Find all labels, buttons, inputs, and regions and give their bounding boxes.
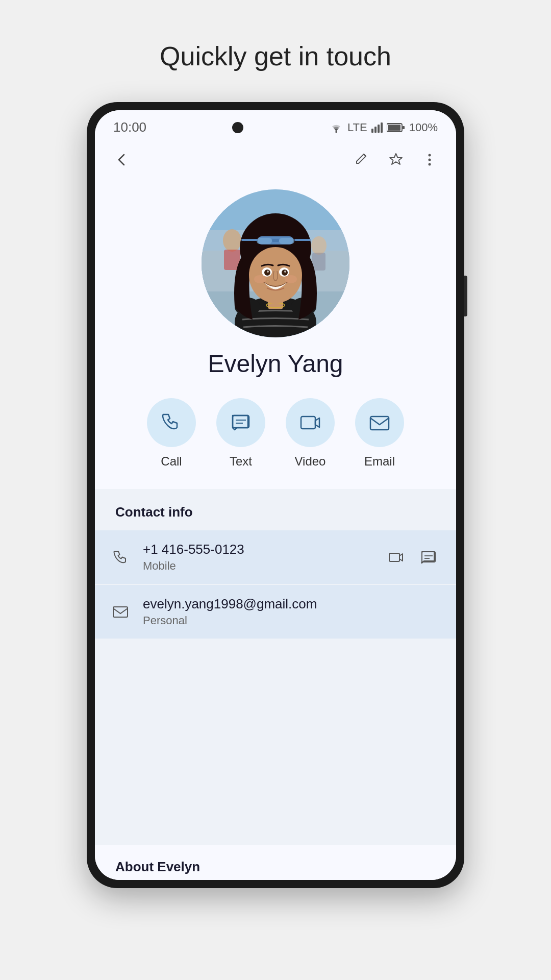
svg-rect-3 bbox=[378, 125, 380, 133]
svg-rect-49 bbox=[113, 607, 128, 617]
svg-point-15 bbox=[223, 229, 241, 252]
svg-point-38 bbox=[254, 275, 266, 283]
actions-row: Call Text bbox=[95, 393, 456, 489]
phone-info-item[interactable]: +1 416-555-0123 Mobile bbox=[95, 530, 456, 584]
email-info-item[interactable]: evelyn.yang1998@gmail.com Personal bbox=[95, 585, 456, 639]
contact-info-section: Contact info +1 416-555-0123 Mobile bbox=[95, 489, 456, 845]
phone-screen: 10:00 LTE bbox=[95, 110, 456, 880]
back-button[interactable] bbox=[107, 145, 136, 174]
phone-info-actions bbox=[384, 545, 441, 570]
lte-label: LTE bbox=[347, 121, 367, 134]
status-time: 10:00 bbox=[113, 119, 146, 135]
about-section: About Evelyn bbox=[95, 845, 456, 880]
phone-info-icon bbox=[110, 549, 131, 566]
call-label: Call bbox=[161, 454, 182, 469]
svg-rect-28 bbox=[272, 239, 279, 242]
wifi-icon bbox=[329, 122, 343, 133]
svg-rect-4 bbox=[381, 122, 383, 133]
phone-info-text: +1 416-555-0123 Mobile bbox=[143, 542, 371, 573]
svg-point-9 bbox=[429, 159, 431, 161]
message-icon bbox=[230, 411, 252, 434]
svg-point-35 bbox=[282, 270, 288, 276]
call-action[interactable]: Call bbox=[147, 398, 196, 469]
email-address: evelyn.yang1998@gmail.com bbox=[143, 596, 441, 612]
edit-icon bbox=[355, 152, 370, 167]
email-info-icon bbox=[110, 604, 131, 620]
video-icon bbox=[299, 411, 321, 434]
app-bar-actions bbox=[348, 145, 444, 174]
svg-point-17 bbox=[311, 236, 327, 255]
status-bar: 10:00 LTE bbox=[95, 110, 456, 140]
status-icons: LTE 100% bbox=[329, 121, 438, 134]
svg-point-8 bbox=[429, 154, 431, 157]
svg-rect-29 bbox=[241, 239, 258, 241]
svg-rect-2 bbox=[374, 127, 377, 133]
side-button bbox=[464, 276, 467, 316]
avatar bbox=[202, 189, 349, 337]
svg-rect-30 bbox=[294, 239, 311, 241]
phone-info-svg bbox=[112, 549, 129, 566]
about-title: About Evelyn bbox=[115, 859, 436, 875]
back-arrow-icon bbox=[114, 152, 129, 167]
email-type: Personal bbox=[143, 614, 441, 627]
page-title: Quickly get in touch bbox=[160, 41, 391, 71]
video-circle bbox=[286, 398, 335, 447]
svg-point-37 bbox=[284, 271, 286, 273]
svg-point-0 bbox=[335, 131, 337, 133]
call-circle bbox=[147, 398, 196, 447]
app-bar-left bbox=[107, 145, 136, 174]
star-button[interactable] bbox=[382, 145, 410, 174]
phone-message-button[interactable] bbox=[416, 545, 441, 570]
email-info-text: evelyn.yang1998@gmail.com Personal bbox=[143, 596, 441, 627]
svg-rect-1 bbox=[371, 129, 373, 133]
email-label: Email bbox=[364, 454, 395, 469]
svg-point-36 bbox=[267, 271, 269, 273]
svg-rect-45 bbox=[389, 553, 399, 561]
video-label: Video bbox=[295, 454, 326, 469]
email-icon bbox=[368, 411, 391, 434]
signal-icon bbox=[371, 122, 383, 133]
text-label: Text bbox=[230, 454, 252, 469]
email-info-svg bbox=[112, 604, 129, 620]
battery-icon bbox=[387, 122, 405, 133]
app-bar bbox=[95, 140, 456, 179]
camera-dot bbox=[232, 122, 243, 133]
svg-rect-44 bbox=[370, 416, 389, 430]
video-call-icon bbox=[388, 550, 404, 565]
contact-name: Evelyn Yang bbox=[95, 350, 456, 393]
text-circle bbox=[216, 398, 265, 447]
svg-rect-43 bbox=[301, 416, 315, 429]
svg-point-39 bbox=[285, 275, 297, 283]
svg-rect-26 bbox=[257, 238, 272, 244]
svg-rect-27 bbox=[279, 238, 294, 244]
phone-video-button[interactable] bbox=[384, 545, 408, 570]
phone-type: Mobile bbox=[143, 559, 371, 573]
video-action[interactable]: Video bbox=[286, 398, 335, 469]
avatar-section bbox=[95, 179, 456, 350]
phone-frame: 10:00 LTE bbox=[87, 102, 464, 888]
star-icon bbox=[388, 152, 404, 167]
svg-rect-6 bbox=[388, 125, 400, 131]
svg-rect-7 bbox=[403, 126, 405, 129]
avatar-image bbox=[202, 189, 349, 337]
more-button[interactable] bbox=[415, 145, 444, 174]
sms-icon bbox=[421, 550, 436, 565]
svg-point-10 bbox=[429, 163, 431, 166]
svg-rect-40 bbox=[233, 415, 249, 428]
battery-label: 100% bbox=[409, 121, 438, 134]
phone-number: +1 416-555-0123 bbox=[143, 542, 371, 557]
edit-button[interactable] bbox=[348, 145, 377, 174]
email-action[interactable]: Email bbox=[355, 398, 404, 469]
svg-rect-18 bbox=[312, 253, 325, 271]
svg-point-31 bbox=[249, 247, 302, 303]
text-action[interactable]: Text bbox=[216, 398, 265, 469]
email-circle bbox=[355, 398, 404, 447]
svg-point-34 bbox=[264, 270, 270, 276]
phone-icon bbox=[160, 411, 183, 434]
contact-info-title: Contact info bbox=[95, 504, 456, 530]
more-icon bbox=[422, 152, 437, 167]
